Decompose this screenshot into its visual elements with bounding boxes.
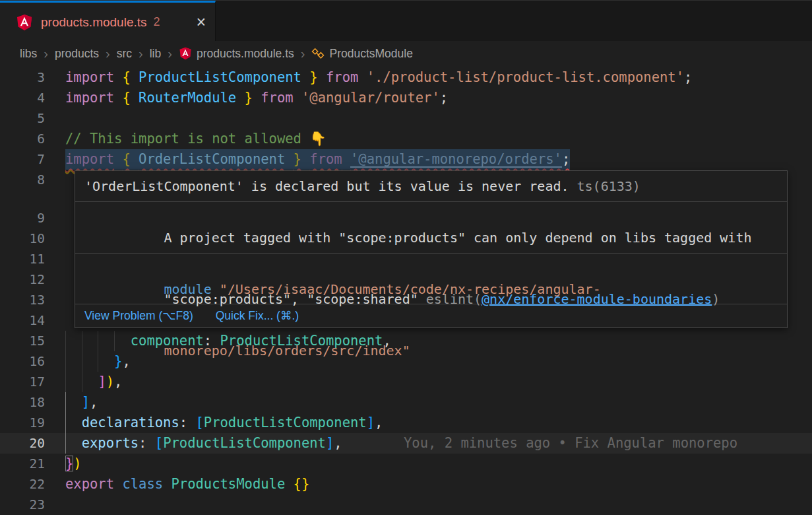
tab-products-module[interactable]: products.module.ts 2 ×	[0, 1, 216, 42]
line-number[interactable]: 7	[0, 149, 45, 170]
line-number[interactable]: 8	[0, 170, 45, 190]
line-number[interactable]: 16	[0, 351, 45, 372]
hover-eslint-row: A project tagged with "scope:products" c…	[75, 202, 787, 254]
code-text: // This import is not allowed 👇	[65, 129, 327, 149]
code-text: export class ProductsModule {}	[65, 474, 309, 495]
code-line-6[interactable]: 6// This import is not allowed 👇	[0, 129, 812, 149]
line-number[interactable]: 19	[0, 413, 45, 433]
line-number[interactable]: 4	[0, 88, 45, 108]
eslint-message-line1: A project tagged with "scope:products" c…	[164, 230, 751, 246]
breadcrumb-separator: ›	[106, 47, 110, 60]
code-text: ],	[65, 392, 98, 413]
code-line-22[interactable]: 22export class ProductsModule {}	[0, 474, 812, 495]
tab-error-count-badge: 2	[154, 15, 160, 29]
breadcrumb-label: ProductsModule	[329, 47, 412, 61]
module-keyword: module	[164, 281, 211, 297]
line-number[interactable]: 21	[0, 454, 45, 474]
line-number[interactable]: 11	[0, 249, 45, 269]
breadcrumb-separator: ›	[168, 47, 172, 60]
breadcrumb-item-libs[interactable]: libs	[20, 47, 37, 61]
vscode-window: products.module.ts 2 × libs›products›src…	[0, 0, 812, 515]
line-number[interactable]: 20	[0, 433, 45, 454]
line-number[interactable]: 3	[0, 67, 45, 88]
code-line-18[interactable]: 18 ],	[0, 392, 812, 413]
line-number[interactable]: 6	[0, 129, 45, 149]
code-line-5[interactable]: 5	[0, 108, 812, 129]
line-number[interactable]: 14	[0, 310, 45, 331]
breadcrumb-label: lib	[150, 47, 162, 61]
breadcrumb-label: products.module.ts	[197, 47, 294, 61]
quick-fix-link[interactable]: Quick Fix... (⌘.)	[216, 309, 299, 323]
module-path-line2: monorepo/libs/orders/src/index"	[164, 343, 410, 359]
code-line-7[interactable]: 7import { OrderListComponent } from '@an…	[0, 149, 812, 170]
code-line-20[interactable]: 20 exports: [ProductListComponent],You, …	[0, 433, 812, 454]
breadcrumb-label: libs	[20, 47, 37, 61]
close-icon[interactable]: ×	[196, 14, 206, 30]
tab-label: products.module.ts	[41, 15, 147, 30]
breadcrumb-label: src	[117, 47, 132, 61]
line-number[interactable]: 12	[0, 269, 45, 290]
breadcrumb-item-productsmodule[interactable]: ProductsModule	[311, 47, 412, 61]
line-number[interactable]: 10	[0, 228, 45, 249]
breadcrumb-item-lib[interactable]: lib	[150, 47, 162, 61]
line-number[interactable]: 13	[0, 290, 45, 310]
line-number[interactable]: 23	[0, 495, 45, 515]
code-line-4[interactable]: 4import { RouterModule } from '@angular/…	[0, 88, 812, 108]
tab-bar: products.module.ts 2 ×	[0, 0, 812, 41]
code-text: import { OrderListComponent } from '@ang…	[65, 149, 570, 170]
view-problem-link[interactable]: View Problem (⌥F8)	[84, 309, 193, 323]
line-number[interactable]: 22	[0, 474, 45, 495]
ts-error-message: 'OrderListComponent' is declared but its…	[84, 178, 569, 194]
line-number[interactable]: 5	[0, 108, 45, 129]
breadcrumb: libs›products›src›lib›products.module.ts…	[0, 41, 812, 66]
module-path-line1: "/Users/isaac/Documents/code/nx-recipes/…	[212, 281, 601, 297]
class-symbol-icon	[311, 47, 325, 60]
line-number[interactable]: 15	[0, 331, 45, 351]
hover-ts-error-row: 'OrderListComponent' is declared but its…	[75, 171, 787, 202]
code-line-19[interactable]: 19 declarations: [ProductListComponent],	[0, 413, 812, 433]
code-editor[interactable]: 'OrderListComponent' is declared but its…	[0, 66, 812, 515]
eslint-source-suffix: )	[712, 291, 720, 307]
breadcrumb-label: products	[55, 47, 99, 61]
code-text: import { RouterModule } from '@angular/r…	[65, 88, 448, 108]
code-line-21[interactable]: 21})	[0, 454, 812, 474]
ts-error-source: ts(6133)	[577, 178, 640, 194]
breadcrumb-separator: ›	[139, 47, 143, 60]
breadcrumb-item-products[interactable]: products	[55, 47, 99, 61]
line-number[interactable]: 9	[0, 208, 45, 228]
breadcrumb-item-products.module.ts[interactable]: products.module.ts	[179, 47, 294, 61]
hover-error-tooltip: 'OrderListComponent' is declared but its…	[75, 170, 788, 328]
breadcrumb-separator: ›	[301, 47, 305, 60]
breadcrumb-separator: ›	[44, 47, 48, 60]
code-text: declarations: [ProductListComponent],	[65, 413, 383, 433]
breadcrumb-item-src[interactable]: src	[117, 47, 132, 61]
line-number[interactable]: 18	[0, 392, 45, 413]
code-line-3[interactable]: 3import { ProductListComponent } from '.…	[0, 67, 812, 88]
git-blame-annotation: You, 2 minutes ago • Fix Angular monorep…	[404, 433, 737, 454]
code-line-23[interactable]: 23	[0, 495, 812, 515]
code-text: })	[65, 454, 82, 474]
angular-icon	[16, 14, 33, 31]
angular-icon	[179, 47, 192, 60]
line-number[interactable]: 17	[0, 372, 45, 392]
code-text: exports: [ProductListComponent],	[65, 433, 342, 454]
code-text: import { ProductListComponent } from './…	[65, 67, 692, 88]
